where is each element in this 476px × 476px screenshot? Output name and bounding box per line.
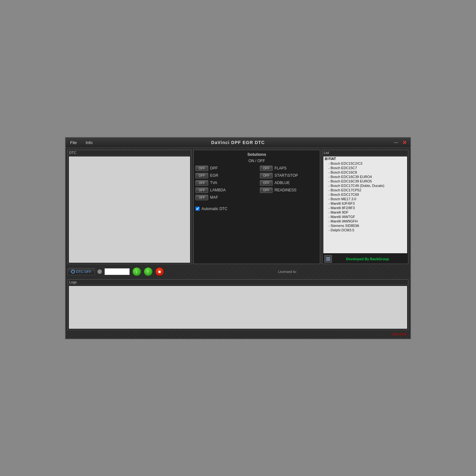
app-window: File Info DaVinci DPF EGR DTC — ✕ DTC So… bbox=[65, 137, 411, 339]
licensed-to-text: Licensed to: bbox=[167, 270, 408, 274]
list-item[interactable]: - Bosch ME17.3.0 bbox=[323, 197, 407, 201]
list-item[interactable]: - Marelli 9DF bbox=[323, 210, 407, 215]
dtc-label: DTC bbox=[68, 150, 191, 155]
toggle-readiness-label: READINESS bbox=[274, 188, 296, 192]
upload-icon: ↑ bbox=[147, 269, 149, 274]
toggle-startstop-label: START\STOP bbox=[274, 173, 298, 178]
main-content: DTC Solutions ON / OFF OFF DPF OFF bbox=[66, 148, 410, 339]
tree-expand-icon: ⊟ bbox=[325, 157, 328, 161]
list-item[interactable]: - Bosch EDC16C8 bbox=[323, 170, 407, 175]
toggle-dpf: OFF DPF bbox=[195, 166, 254, 171]
auto-dtc-checkbox[interactable] bbox=[195, 207, 200, 211]
dtc-off-button[interactable]: DTC OFF bbox=[68, 268, 95, 275]
list-item[interactable]: - Bosch EDC17CP52 bbox=[323, 188, 407, 192]
close-button[interactable]: ✕ bbox=[401, 140, 408, 145]
download-button[interactable]: ↓ bbox=[132, 267, 141, 276]
list-item[interactable]: - Bosch EDC15C7 bbox=[323, 166, 407, 170]
toggle-dpf-label: DPF bbox=[210, 166, 218, 170]
svg-rect-2 bbox=[326, 260, 330, 261]
controls-row: DTC OFF ↓ ↑ ■ Licensed to: bbox=[68, 266, 408, 277]
toggle-readiness-btn[interactable]: OFF bbox=[260, 188, 273, 193]
toggle-maf-label: MAF bbox=[210, 195, 218, 200]
minimize-button[interactable]: — bbox=[393, 140, 400, 145]
toggle-adblue: OFF ADBLUE bbox=[260, 180, 318, 186]
toggle-adblue-label: ADBLUE bbox=[274, 181, 290, 185]
title-bar: File Info DaVinci DPF EGR DTC — ✕ bbox=[66, 138, 410, 148]
toggle-egr: OFF EGR bbox=[195, 173, 254, 178]
dtc-off-label: DTC OFF bbox=[76, 270, 91, 274]
window-controls: — ✕ bbox=[393, 140, 408, 145]
toggle-readiness: OFF READINESS bbox=[260, 188, 318, 193]
value-input[interactable] bbox=[104, 268, 130, 275]
list-item[interactable]: - Bosch EDC17C49 (Doblo, Ducato) bbox=[323, 183, 407, 188]
menu-file[interactable]: File bbox=[68, 140, 79, 146]
toggle-startstop-btn[interactable]: OFF bbox=[260, 173, 273, 178]
list-item[interactable]: - Marelli IAW7GF bbox=[323, 215, 407, 219]
toggle-tva-label: TVA bbox=[210, 181, 217, 185]
toggle-tva-btn[interactable]: OFF bbox=[195, 180, 208, 186]
logs-label: Logs bbox=[68, 280, 408, 285]
toggle-flaps-label: FLAPS bbox=[274, 166, 287, 170]
list-item[interactable]: - Bosch EDC15C2/C3 bbox=[323, 161, 407, 166]
power-icon bbox=[71, 270, 75, 274]
status-indicator bbox=[97, 269, 102, 274]
toggle-adblue-btn[interactable]: OFF bbox=[260, 180, 273, 186]
on-off-header: ON / OFF bbox=[195, 159, 318, 163]
logs-panel: Logs bbox=[68, 279, 408, 330]
download-icon: ↓ bbox=[136, 269, 138, 274]
dtc-list[interactable] bbox=[69, 156, 190, 263]
toggle-lambda: OFF LAMBDA bbox=[195, 188, 254, 193]
toggle-startstop: OFF START\STOP bbox=[260, 173, 318, 178]
list-item[interactable]: - Marelli IAW9GFH bbox=[323, 219, 407, 223]
auto-dtc-label[interactable]: Automatic DTC bbox=[202, 207, 227, 211]
toggle-tva: OFF TVA bbox=[195, 180, 254, 186]
svg-rect-1 bbox=[326, 259, 330, 259]
list-item[interactable]: - Siemens SID803A bbox=[323, 223, 407, 228]
list-item[interactable]: - Marelli 8F2/8F3 bbox=[323, 206, 407, 210]
window-title: DaVinci DPF EGR DTC bbox=[211, 140, 265, 145]
list-item[interactable]: - Delphi DCM3.5 bbox=[323, 228, 407, 232]
auto-dtc-row: Automatic DTC bbox=[195, 207, 318, 211]
developed-by-text: Developed By BackGroup bbox=[346, 257, 389, 261]
logs-content[interactable] bbox=[69, 286, 407, 329]
toggle-egr-label: EGR bbox=[210, 173, 218, 178]
list-item[interactable]: - Bosch EDC17C69 bbox=[323, 192, 407, 197]
tree-group-fiat[interactable]: ⊟ FIAT bbox=[323, 156, 407, 161]
list-panel: List ⊟ FIAT - Bosch EDC15C2/C3 - Bosch E… bbox=[322, 150, 408, 264]
toggle-lambda-btn[interactable]: OFF bbox=[195, 188, 208, 193]
toggle-lambda-label: LAMBDA bbox=[210, 188, 226, 192]
svg-rect-0 bbox=[326, 257, 330, 258]
toggle-maf-btn[interactable]: OFF bbox=[195, 195, 208, 200]
menu-info[interactable]: Info bbox=[84, 140, 95, 146]
toggle-flaps: OFF FLAPS bbox=[260, 166, 318, 171]
menu-bar: File Info bbox=[68, 140, 95, 146]
build-info: Built 1028 bbox=[68, 332, 408, 337]
list-item[interactable]: - Bosch EDC16C39 EURO4 bbox=[323, 175, 407, 179]
list-item[interactable]: - Bosch EDC16C39 EURO5 bbox=[323, 179, 407, 183]
left-toggles: OFF DPF OFF EGR OFF TVA OFF bbox=[195, 166, 254, 202]
stop-icon: ■ bbox=[158, 269, 161, 274]
list-item[interactable]: - Marelli 6JF/6F3 bbox=[323, 201, 407, 206]
stop-button[interactable]: ■ bbox=[155, 267, 164, 276]
toggle-dpf-btn[interactable]: OFF bbox=[195, 166, 208, 171]
dtc-panel: DTC bbox=[68, 150, 191, 264]
upload-button[interactable]: ↑ bbox=[144, 267, 153, 276]
toggle-flaps-btn[interactable]: OFF bbox=[260, 166, 273, 171]
right-toggles: OFF FLAPS OFF START\STOP OFF ADBLUE OF bbox=[260, 166, 318, 202]
list-label: List bbox=[322, 150, 408, 155]
top-row: DTC Solutions ON / OFF OFF DPF OFF bbox=[68, 150, 408, 264]
list-content[interactable]: ⊟ FIAT - Bosch EDC15C2/C3 - Bosch EDC15C… bbox=[323, 156, 407, 253]
list-icon[interactable] bbox=[324, 255, 332, 263]
toggle-egr-btn[interactable]: OFF bbox=[195, 173, 208, 178]
solutions-panel: Solutions ON / OFF OFF DPF OFF EGR bbox=[193, 150, 320, 264]
toggle-maf: OFF MAF bbox=[195, 195, 254, 200]
list-footer: Developed By BackGroup bbox=[322, 254, 408, 264]
solutions-title: Solutions bbox=[195, 152, 318, 157]
